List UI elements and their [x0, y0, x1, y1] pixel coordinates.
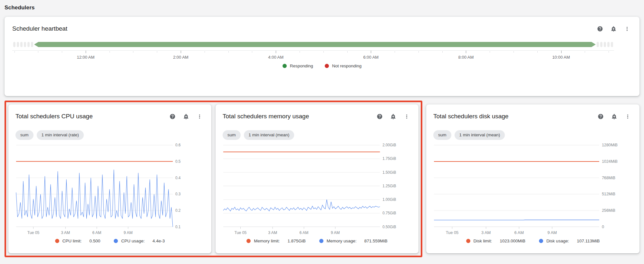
legend-item-cpu-usage[interactable]: CPU usage: 4.4e-3	[114, 239, 165, 243]
svg-text:768MiB: 768MiB	[602, 175, 615, 180]
axis-minor-tick	[62, 51, 62, 53]
disk-usage-chart[interactable]: 1280MiB1024MiB768MiB512MiB256MiB0Tue 053…	[433, 141, 632, 237]
legend-item-cpu-limit[interactable]: CPU limit: 0.500	[55, 239, 101, 243]
add-alert-icon	[183, 113, 189, 120]
heartbeat-pending-pill	[13, 42, 15, 47]
aggregation-chip: sum	[433, 130, 451, 140]
interval-chip: 1 min interval (mean)	[244, 130, 294, 140]
series-color-dot	[319, 239, 323, 243]
legend-label: Memory usage:	[327, 239, 357, 243]
svg-text:0: 0	[602, 224, 604, 229]
heartbeat-pending-pill	[600, 42, 602, 47]
heartbeat-timeline[interactable]	[12, 42, 614, 47]
axis-minor-tick	[228, 51, 229, 53]
heartbeat-time-axis: 12:00 AM2:00 AM4:00 AM6:00 AM8:00 AM10:0…	[12, 50, 614, 62]
legend-label: Disk usage:	[546, 239, 569, 243]
more-options-button[interactable]	[402, 112, 411, 121]
add-alert-button[interactable]	[181, 112, 191, 121]
heartbeat-pending-right	[597, 42, 613, 47]
more-options-button[interactable]	[622, 24, 632, 34]
axis-minor-tick	[442, 51, 443, 53]
svg-text:1.25GiB: 1.25GiB	[382, 183, 396, 188]
legend-item-disk-limit[interactable]: Disk limit: 1023.000MiB	[466, 239, 525, 243]
heartbeat-pending-pill	[597, 42, 599, 47]
series-color-dot	[539, 239, 543, 243]
more-options-button[interactable]	[195, 112, 204, 121]
legend-value: 1023.000MiB	[500, 239, 525, 243]
svg-text:1.50GiB: 1.50GiB	[382, 170, 396, 174]
help-button[interactable]	[375, 112, 384, 121]
add-alert-button[interactable]	[609, 24, 618, 34]
axis-major-tick	[181, 51, 181, 53]
svg-text:Tue 05: Tue 05	[446, 230, 459, 235]
svg-text:512MiB: 512MiB	[602, 192, 615, 196]
help-icon	[597, 26, 603, 32]
svg-text:0.1: 0.1	[175, 224, 181, 229]
help-button[interactable]	[596, 112, 605, 121]
svg-text:Tue 05: Tue 05	[27, 230, 40, 235]
axis-minor-tick	[418, 51, 419, 53]
add-alert-button[interactable]	[609, 112, 619, 121]
legend-value: 0.500	[90, 239, 101, 243]
heartbeat-pending-pill	[17, 42, 19, 47]
svg-text:Tue 05: Tue 05	[235, 230, 247, 235]
memory-usage-card: Total schedulers memory usage sum 1 min …	[216, 104, 418, 253]
heartbeat-pending-pill	[607, 42, 610, 47]
help-button[interactable]	[595, 24, 605, 34]
card-title: Total schedulers CPU usage	[15, 113, 93, 120]
axis-minor-tick	[323, 51, 324, 53]
svg-text:1.00GiB: 1.00GiB	[382, 197, 396, 202]
axis-minor-tick	[300, 51, 300, 53]
legend-label: Responding	[290, 64, 313, 68]
heartbeat-legend: Responding Not responding	[12, 64, 632, 68]
heartbeat-time-label: 6:00 AM	[363, 55, 379, 60]
more-vert-icon	[404, 113, 410, 120]
legend-item-memory-usage[interactable]: Memory usage: 871.559MiB	[319, 239, 388, 243]
legend-label: Disk limit:	[474, 239, 492, 243]
axis-minor-tick	[14, 51, 15, 53]
cpu-usage-chart[interactable]: 0.60.50.40.30.20.1Tue 053 AM6 AM9 AM	[15, 141, 204, 237]
add-alert-button[interactable]	[388, 112, 398, 121]
heartbeat-time-label: 4:00 AM	[268, 55, 284, 60]
axis-minor-tick	[38, 51, 38, 53]
chart-legend: Disk limit: 1023.000MiB Disk usage: 107.…	[433, 239, 632, 243]
legend-item-disk-usage[interactable]: Disk usage: 107.113MiB	[539, 239, 600, 243]
series-color-dot	[466, 239, 470, 243]
page-title: Schedulers	[5, 5, 639, 11]
heartbeat-pending-pill	[604, 42, 606, 47]
chart-legend: Memory limit: 1.875GiB Memory usage: 871…	[223, 239, 411, 243]
help-button[interactable]	[168, 112, 177, 121]
legend-item-memory-limit[interactable]: Memory limit: 1.875GiB	[246, 239, 306, 243]
series-color-dot	[246, 239, 251, 243]
heartbeat-pending-left	[13, 42, 33, 47]
heartbeat-pending-pill	[24, 42, 26, 47]
heartbeat-time-label: 2:00 AM	[173, 55, 188, 60]
interval-chip: 1 min interval (rate)	[37, 130, 84, 140]
svg-text:6 AM: 6 AM	[514, 230, 524, 235]
svg-text:256MiB: 256MiB	[602, 208, 615, 213]
scheduler-heartbeat-card: Scheduler heartbeat 12:00 AM2:00 AM4:00 …	[5, 17, 639, 96]
svg-text:0.5: 0.5	[175, 159, 181, 163]
add-alert-icon	[390, 113, 396, 120]
axis-minor-tick	[133, 51, 133, 53]
heartbeat-pending-pill	[20, 42, 23, 47]
axis-minor-tick	[609, 51, 609, 53]
svg-text:9 AM: 9 AM	[331, 230, 340, 235]
heartbeat-time-label: 10:00 AM	[552, 55, 570, 60]
highlight-rectangle: Total schedulers CPU usage sum 1 min int…	[5, 101, 422, 257]
heartbeat-pending-pill	[31, 42, 33, 47]
svg-text:1024MiB: 1024MiB	[602, 159, 618, 163]
svg-text:0.4: 0.4	[175, 175, 181, 180]
not-responding-dot	[325, 64, 329, 68]
axis-minor-tick	[157, 51, 157, 53]
legend-label: CPU usage:	[121, 239, 145, 243]
cpu-usage-card: Total schedulers CPU usage sum 1 min int…	[8, 104, 211, 253]
axis-major-tick	[561, 51, 562, 53]
svg-text:6 AM: 6 AM	[300, 230, 309, 235]
axis-major-tick	[86, 51, 86, 53]
chart-legend: CPU limit: 0.500 CPU usage: 4.4e-3	[15, 239, 204, 243]
more-options-button[interactable]	[623, 112, 632, 121]
memory-usage-chart[interactable]: 2.00GiB1.75GiB1.50GiB1.25GiB1.00GiB0.75G…	[223, 141, 411, 237]
svg-text:0.3: 0.3	[175, 192, 181, 196]
add-alert-icon	[610, 26, 617, 32]
